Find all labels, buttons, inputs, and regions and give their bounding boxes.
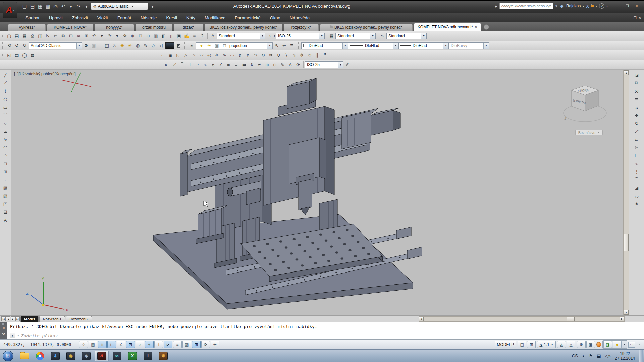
- 3d-object-snap-icon[interactable]: ⊿: [136, 341, 144, 348]
- subtract-icon[interactable]: ∖: [282, 51, 290, 59]
- drawing-tab[interactable]: drzak motoru: [136, 24, 172, 31]
- render-icon[interactable]: ♨: [111, 42, 118, 49]
- layer-states-icon[interactable]: ≣: [288, 42, 296, 49]
- dim-update-icon[interactable]: ⟳: [294, 61, 302, 68]
- torus-icon[interactable]: ◎: [205, 51, 213, 59]
- ellipse-arc-icon[interactable]: ◠: [1, 152, 10, 160]
- viewport-controls[interactable]: [−][Uživatelský pohled][Koncepční]: [14, 72, 76, 76]
- undo-icon[interactable]: ↶: [90, 32, 98, 40]
- scroll-up-arrow[interactable]: ▲: [624, 70, 629, 75]
- toolbar-grip[interactable]: [160, 61, 161, 68]
- lights-icon[interactable]: ✺: [118, 42, 126, 49]
- mleader-style-icon[interactable]: ↖: [379, 32, 386, 40]
- stretch-icon[interactable]: ▱: [632, 135, 641, 143]
- toolbar-grip[interactable]: [2, 52, 4, 58]
- drawing-tab[interactable]: nohyyy2*: [95, 24, 134, 31]
- layer-dropdown[interactable]: ●☀▣□ projection▼: [196, 42, 273, 49]
- zoom-realtime-icon[interactable]: ⊕: [129, 32, 137, 40]
- taskbar-autocad-active[interactable]: A: [95, 351, 109, 361]
- hatch-icon[interactable]: ▨: [1, 184, 10, 192]
- block-editor-icon[interactable]: ⊞: [83, 32, 90, 40]
- copy-clip-icon[interactable]: ⧉: [59, 32, 67, 40]
- vertical-scroll-thumb[interactable]: [624, 234, 629, 251]
- dim-aligned-icon[interactable]: ⤢: [171, 61, 178, 68]
- hardware-acceleration-icon[interactable]: ◨: [603, 341, 612, 348]
- taskbar-windows-explorer[interactable]: [17, 351, 32, 361]
- render-region-icon[interactable]: ◱: [5, 51, 13, 59]
- text-style-icon[interactable]: A: [209, 32, 217, 40]
- region-icon[interactable]: ◰: [1, 200, 10, 208]
- rotate-icon[interactable]: ↻: [632, 119, 641, 127]
- workspace-settings-gear-icon[interactable]: ⚙: [82, 42, 90, 49]
- text-style-dropdown[interactable]: Standard▼: [217, 33, 265, 39]
- drawing-tab[interactable]: drzak*: [174, 24, 203, 31]
- dim-style-dropdown-2[interactable]: ISO-25▼: [305, 61, 343, 68]
- dim-text-edit-icon[interactable]: A: [286, 61, 294, 68]
- infocenter-arrow-icon[interactable]: ▸: [495, 4, 497, 9]
- taskbar-app-palette[interactable]: ❋: [156, 351, 170, 361]
- application-menu-button[interactable]: A ▾: [3, 2, 17, 18]
- tray-menu-chevron-icon[interactable]: ▼: [623, 343, 627, 346]
- dim-diameter-icon[interactable]: ⌀: [209, 61, 217, 68]
- viewcube[interactable]: J SHORA ZEPŘEDU: [555, 75, 614, 129]
- layer-color-chip-icon[interactable]: □: [221, 42, 228, 49]
- taskbar-app-green-x[interactable]: X: [125, 351, 140, 361]
- menu-modifikace[interactable]: Modifikace: [200, 13, 230, 22]
- linetype-dropdown[interactable]: DleHlad▼: [348, 42, 398, 49]
- designcenter-icon[interactable]: ◧: [160, 32, 167, 40]
- lock-menu-chevron-icon[interactable]: ▾: [596, 5, 597, 8]
- toolbar-grip[interactable]: [184, 42, 186, 49]
- render-presets-icon[interactable]: ▤: [13, 51, 21, 59]
- qnew-icon[interactable]: ▢: [5, 32, 13, 40]
- mleader-style-dropdown[interactable]: Standard▼: [386, 33, 427, 39]
- chevron-down-icon[interactable]: ▾: [17, 334, 19, 337]
- mdi-restore-button[interactable]: ❐: [634, 16, 637, 20]
- taskbar-app-media[interactable]: ◉: [64, 351, 78, 361]
- sweep-icon[interactable]: ⤳: [252, 51, 259, 59]
- annotation-scale-button[interactable]: ◮ 1:1 ▼: [537, 341, 556, 348]
- grid-icon[interactable]: ⌗: [98, 341, 107, 348]
- sphere-icon[interactable]: ○: [190, 51, 198, 59]
- break-at-point-icon[interactable]: ⌁: [632, 160, 641, 168]
- helix-icon[interactable]: ∿: [221, 51, 228, 59]
- undo-list-icon[interactable]: ▾: [98, 32, 106, 40]
- loft-icon[interactable]: ≋: [267, 51, 275, 59]
- menu-kresli[interactable]: Kresli: [161, 13, 182, 22]
- break-icon[interactable]: ¦: [632, 168, 641, 176]
- prev-tab-button[interactable]: ◀: [6, 316, 10, 321]
- help-icon[interactable]: ?: [198, 32, 206, 40]
- snap-icon[interactable]: ▦: [89, 341, 97, 348]
- cylinder-icon[interactable]: ⬭: [198, 51, 205, 59]
- dim-style-dropdown[interactable]: ISO-25▼: [276, 33, 325, 39]
- move-icon[interactable]: ✥: [632, 111, 641, 119]
- dynamic-input-icon[interactable]: ⊳: [164, 341, 172, 348]
- continuous-orbit-icon[interactable]: ↻: [21, 42, 29, 49]
- redo-icon[interactable]: ↷: [106, 32, 113, 40]
- quick-properties-icon[interactable]: ⊞: [192, 341, 201, 348]
- clean-screen-button[interactable]: ▭: [628, 342, 635, 348]
- pyramid-icon[interactable]: ⟁: [213, 51, 221, 59]
- drawing-tab[interactable]: BK15 loziskovy domek.. pevny konec*: [320, 24, 413, 31]
- save-icon[interactable]: ▦: [21, 32, 29, 40]
- point-icon[interactable]: ∙: [1, 176, 10, 184]
- 3d-orbit-icon[interactable]: ⟲: [5, 42, 13, 49]
- dim-radius-icon[interactable]: ◔: [194, 61, 202, 68]
- lineweight-toggle-icon[interactable]: ≡: [173, 341, 182, 348]
- plot-preview-icon[interactable]: ◫: [36, 32, 44, 40]
- network-icon[interactable]: ⬓: [597, 353, 601, 358]
- cone-icon[interactable]: △: [182, 51, 190, 59]
- table-style-icon[interactable]: ▦: [328, 32, 335, 40]
- menu-vlozit[interactable]: Vložit: [93, 13, 113, 22]
- dim-style-editor-icon[interactable]: ✐: [343, 61, 351, 68]
- lineweight-dropdown[interactable]: DleHlad▼: [398, 42, 449, 49]
- help-icon[interactable]: ?: [599, 3, 604, 9]
- spline-icon[interactable]: ∿: [1, 135, 10, 143]
- layer-properties-icon[interactable]: ⧈: [188, 42, 196, 49]
- menu-parametricke[interactable]: Parametrické: [230, 13, 265, 22]
- polyline-icon[interactable]: ⌇: [1, 87, 10, 95]
- 3d-array-icon[interactable]: ⠿: [321, 51, 329, 59]
- layer-sun-icon[interactable]: ☀: [205, 42, 213, 49]
- redo-list-icon[interactable]: ▾: [113, 32, 121, 40]
- volume-icon[interactable]: ◁»: [605, 353, 611, 358]
- polysolid-icon[interactable]: ▱: [159, 51, 167, 59]
